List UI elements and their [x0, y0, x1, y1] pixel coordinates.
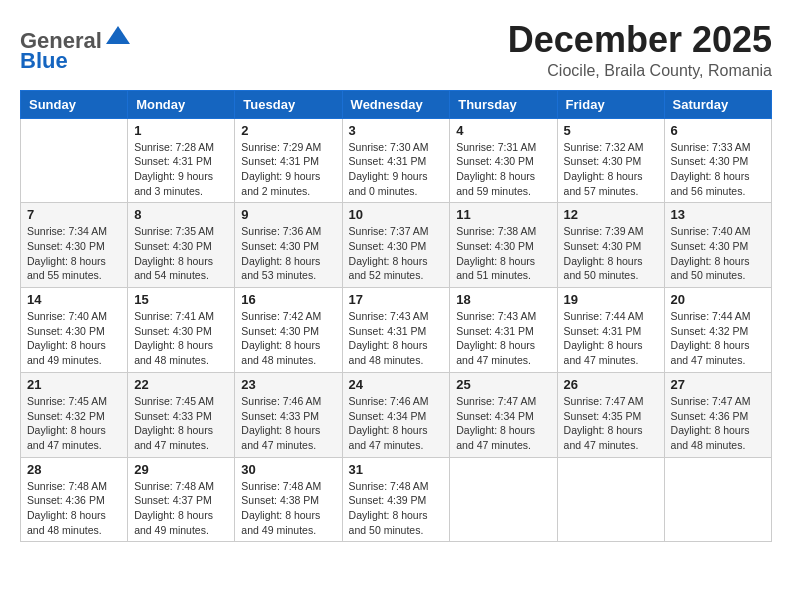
logo-icon: [104, 24, 132, 48]
day-info: Sunrise: 7:48 AMSunset: 4:38 PMDaylight:…: [241, 479, 335, 538]
day-number: 19: [564, 292, 658, 307]
day-number: 17: [349, 292, 444, 307]
weekday-header: Saturday: [664, 90, 771, 118]
calendar-cell: 24Sunrise: 7:46 AMSunset: 4:34 PMDayligh…: [342, 372, 450, 457]
day-info: Sunrise: 7:47 AMSunset: 4:36 PMDaylight:…: [671, 394, 765, 453]
day-info: Sunrise: 7:40 AMSunset: 4:30 PMDaylight:…: [671, 224, 765, 283]
calendar-cell: 30Sunrise: 7:48 AMSunset: 4:38 PMDayligh…: [235, 457, 342, 542]
day-number: 28: [27, 462, 121, 477]
calendar-cell: 13Sunrise: 7:40 AMSunset: 4:30 PMDayligh…: [664, 203, 771, 288]
calendar-cell: 21Sunrise: 7:45 AMSunset: 4:32 PMDayligh…: [21, 372, 128, 457]
day-number: 18: [456, 292, 550, 307]
day-number: 6: [671, 123, 765, 138]
day-info: Sunrise: 7:31 AMSunset: 4:30 PMDaylight:…: [456, 140, 550, 199]
logo-blue-text: Blue: [20, 48, 68, 73]
calendar-cell: 3Sunrise: 7:30 AMSunset: 4:31 PMDaylight…: [342, 118, 450, 203]
calendar-week-row: 21Sunrise: 7:45 AMSunset: 4:32 PMDayligh…: [21, 372, 772, 457]
calendar-cell: 17Sunrise: 7:43 AMSunset: 4:31 PMDayligh…: [342, 288, 450, 373]
day-info: Sunrise: 7:37 AMSunset: 4:30 PMDaylight:…: [349, 224, 444, 283]
day-info: Sunrise: 7:30 AMSunset: 4:31 PMDaylight:…: [349, 140, 444, 199]
day-number: 23: [241, 377, 335, 392]
calendar-table: SundayMondayTuesdayWednesdayThursdayFrid…: [20, 90, 772, 543]
day-info: Sunrise: 7:42 AMSunset: 4:30 PMDaylight:…: [241, 309, 335, 368]
day-info: Sunrise: 7:38 AMSunset: 4:30 PMDaylight:…: [456, 224, 550, 283]
day-info: Sunrise: 7:48 AMSunset: 4:37 PMDaylight:…: [134, 479, 228, 538]
day-info: Sunrise: 7:48 AMSunset: 4:39 PMDaylight:…: [349, 479, 444, 538]
day-info: Sunrise: 7:39 AMSunset: 4:30 PMDaylight:…: [564, 224, 658, 283]
day-number: 1: [134, 123, 228, 138]
calendar-cell: 11Sunrise: 7:38 AMSunset: 4:30 PMDayligh…: [450, 203, 557, 288]
day-number: 31: [349, 462, 444, 477]
day-number: 7: [27, 207, 121, 222]
day-info: Sunrise: 7:28 AMSunset: 4:31 PMDaylight:…: [134, 140, 228, 199]
calendar-cell: 7Sunrise: 7:34 AMSunset: 4:30 PMDaylight…: [21, 203, 128, 288]
day-info: Sunrise: 7:45 AMSunset: 4:33 PMDaylight:…: [134, 394, 228, 453]
day-info: Sunrise: 7:44 AMSunset: 4:31 PMDaylight:…: [564, 309, 658, 368]
calendar-cell: 12Sunrise: 7:39 AMSunset: 4:30 PMDayligh…: [557, 203, 664, 288]
calendar-cell: 20Sunrise: 7:44 AMSunset: 4:32 PMDayligh…: [664, 288, 771, 373]
day-number: 8: [134, 207, 228, 222]
day-info: Sunrise: 7:46 AMSunset: 4:34 PMDaylight:…: [349, 394, 444, 453]
day-info: Sunrise: 7:33 AMSunset: 4:30 PMDaylight:…: [671, 140, 765, 199]
calendar-cell: [664, 457, 771, 542]
day-number: 15: [134, 292, 228, 307]
day-number: 25: [456, 377, 550, 392]
day-info: Sunrise: 7:46 AMSunset: 4:33 PMDaylight:…: [241, 394, 335, 453]
day-number: 10: [349, 207, 444, 222]
calendar-cell: [450, 457, 557, 542]
day-number: 11: [456, 207, 550, 222]
calendar-cell: 27Sunrise: 7:47 AMSunset: 4:36 PMDayligh…: [664, 372, 771, 457]
weekday-header: Friday: [557, 90, 664, 118]
calendar-cell: 5Sunrise: 7:32 AMSunset: 4:30 PMDaylight…: [557, 118, 664, 203]
calendar-cell: 1Sunrise: 7:28 AMSunset: 4:31 PMDaylight…: [128, 118, 235, 203]
calendar-cell: 2Sunrise: 7:29 AMSunset: 4:31 PMDaylight…: [235, 118, 342, 203]
calendar-cell: 31Sunrise: 7:48 AMSunset: 4:39 PMDayligh…: [342, 457, 450, 542]
day-number: 13: [671, 207, 765, 222]
day-info: Sunrise: 7:40 AMSunset: 4:30 PMDaylight:…: [27, 309, 121, 368]
weekday-header: Tuesday: [235, 90, 342, 118]
calendar-week-row: 1Sunrise: 7:28 AMSunset: 4:31 PMDaylight…: [21, 118, 772, 203]
day-number: 21: [27, 377, 121, 392]
calendar-cell: 4Sunrise: 7:31 AMSunset: 4:30 PMDaylight…: [450, 118, 557, 203]
day-number: 30: [241, 462, 335, 477]
calendar-cell: 19Sunrise: 7:44 AMSunset: 4:31 PMDayligh…: [557, 288, 664, 373]
month-title: December 2025: [508, 20, 772, 60]
calendar-cell: 18Sunrise: 7:43 AMSunset: 4:31 PMDayligh…: [450, 288, 557, 373]
calendar-cell: 22Sunrise: 7:45 AMSunset: 4:33 PMDayligh…: [128, 372, 235, 457]
day-info: Sunrise: 7:47 AMSunset: 4:35 PMDaylight:…: [564, 394, 658, 453]
calendar-week-row: 28Sunrise: 7:48 AMSunset: 4:36 PMDayligh…: [21, 457, 772, 542]
page-header: General Blue December 2025 Ciocile, Brai…: [20, 20, 772, 80]
day-number: 4: [456, 123, 550, 138]
calendar-week-row: 14Sunrise: 7:40 AMSunset: 4:30 PMDayligh…: [21, 288, 772, 373]
day-info: Sunrise: 7:41 AMSunset: 4:30 PMDaylight:…: [134, 309, 228, 368]
day-number: 14: [27, 292, 121, 307]
day-info: Sunrise: 7:47 AMSunset: 4:34 PMDaylight:…: [456, 394, 550, 453]
svg-marker-0: [106, 26, 130, 44]
day-info: Sunrise: 7:43 AMSunset: 4:31 PMDaylight:…: [349, 309, 444, 368]
calendar-cell: 28Sunrise: 7:48 AMSunset: 4:36 PMDayligh…: [21, 457, 128, 542]
day-info: Sunrise: 7:29 AMSunset: 4:31 PMDaylight:…: [241, 140, 335, 199]
calendar-cell: 25Sunrise: 7:47 AMSunset: 4:34 PMDayligh…: [450, 372, 557, 457]
weekday-header: Wednesday: [342, 90, 450, 118]
calendar-cell: [557, 457, 664, 542]
calendar-cell: 10Sunrise: 7:37 AMSunset: 4:30 PMDayligh…: [342, 203, 450, 288]
day-info: Sunrise: 7:48 AMSunset: 4:36 PMDaylight:…: [27, 479, 121, 538]
day-number: 12: [564, 207, 658, 222]
day-number: 29: [134, 462, 228, 477]
title-block: December 2025 Ciocile, Braila County, Ro…: [508, 20, 772, 80]
day-info: Sunrise: 7:35 AMSunset: 4:30 PMDaylight:…: [134, 224, 228, 283]
day-number: 24: [349, 377, 444, 392]
calendar-header-row: SundayMondayTuesdayWednesdayThursdayFrid…: [21, 90, 772, 118]
day-info: Sunrise: 7:36 AMSunset: 4:30 PMDaylight:…: [241, 224, 335, 283]
calendar-cell: 16Sunrise: 7:42 AMSunset: 4:30 PMDayligh…: [235, 288, 342, 373]
calendar-cell: 14Sunrise: 7:40 AMSunset: 4:30 PMDayligh…: [21, 288, 128, 373]
day-number: 5: [564, 123, 658, 138]
calendar-cell: 26Sunrise: 7:47 AMSunset: 4:35 PMDayligh…: [557, 372, 664, 457]
day-number: 16: [241, 292, 335, 307]
day-number: 22: [134, 377, 228, 392]
weekday-header: Monday: [128, 90, 235, 118]
day-info: Sunrise: 7:45 AMSunset: 4:32 PMDaylight:…: [27, 394, 121, 453]
weekday-header: Thursday: [450, 90, 557, 118]
calendar-week-row: 7Sunrise: 7:34 AMSunset: 4:30 PMDaylight…: [21, 203, 772, 288]
logo: General Blue: [20, 24, 132, 72]
